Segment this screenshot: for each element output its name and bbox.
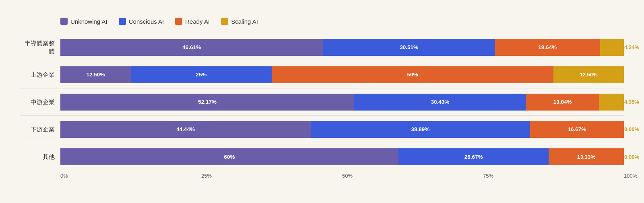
segment-label: 12.50% [580,72,597,78]
segment-label: 13.33% [577,154,596,160]
bar-segment: 46.61% [60,39,323,56]
bar-segment: 50% [272,66,553,83]
segment-label-outside: 0.00% [624,154,639,160]
segment-label: 25% [196,72,206,78]
row-label: 下游企業 [20,125,60,133]
legend-item: Scaling AI [221,18,258,25]
segment-label: 60% [224,154,235,160]
bar-segment: 13.04% [526,94,599,111]
bar-row: 下游企業44.44%38.89%16.67%0.00% [20,116,624,143]
bar-segment: 30.51% [323,39,495,56]
bar-segment: 25% [131,66,272,83]
segment-label: 26.67% [464,154,483,160]
bar-area: 12.50%25%50%12.50% [60,66,624,83]
segment-label: 50% [407,72,418,78]
bar-segment: 12.50% [60,66,131,83]
bar-area: 46.61%30.51%18.64%4.24% [60,39,624,56]
segment-label: 16.67% [568,126,586,132]
segment-label-outside: 4.24% [624,44,639,50]
bar-segment: 4.24% [600,39,624,56]
bars-wrapper: 半導體業整體46.61%30.51%18.64%4.24%上游企業12.50%2… [20,34,624,170]
bar-area: 44.44%38.89%16.67%0.00% [60,121,624,138]
bar-row: 半導體業整體46.61%30.51%18.64%4.24% [20,34,624,61]
segment-label: 44.44% [176,126,195,132]
segment-label-outside: 0.00% [624,126,639,132]
legend-color-box [175,18,182,25]
legend-color-box [119,18,126,25]
x-axis: 0%25%50%75%100% [20,173,624,179]
segment-label: 38.89% [411,126,429,132]
row-label: 其他 [20,153,60,161]
bar-row: 中游企業52.17%30.43%13.04%4.35% [20,88,624,116]
segment-label: 52.17% [198,99,217,105]
bar-segment: 30.43% [354,94,526,111]
legend-label: Scaling AI [231,18,258,25]
segment-label: 12.50% [87,72,105,78]
segment-label: 30.51% [400,44,418,50]
bar-segment: 44.44% [60,121,311,138]
legend-item: Unknowing AI [60,18,107,25]
bar-segment: 12.50% [553,66,624,83]
bar-segment: 26.67% [398,148,549,165]
x-axis-tick: 25% [201,173,342,179]
bar-area: 60%26.67%13.33%0.00% [60,148,624,165]
segment-label: 46.61% [182,44,201,50]
bar-segment: 60% [60,148,398,165]
segment-label: 18.64% [538,44,557,50]
x-axis-tick: 50% [342,173,483,179]
x-axis-tick: 0% [60,173,201,179]
legend-label: Ready AI [185,18,210,25]
legend-color-box [221,18,228,25]
bar-segment: 52.17% [60,94,354,111]
segment-label: 13.04% [553,99,572,105]
legend-item: Ready AI [175,18,210,25]
row-label: 半導體業整體 [20,39,60,55]
legend-color-box [60,18,68,25]
x-axis-tick: 75% [483,173,624,179]
legend: Unknowing AIConscious AIReady AIScaling … [20,18,624,25]
bar-segment: 13.33% [549,148,624,165]
bar-segment: 16.67% [530,121,624,138]
bar-segment: 4.35% [599,94,624,111]
row-label: 中游企業 [20,98,60,106]
chart-body: 半導體業整體46.61%30.51%18.64%4.24%上游企業12.50%2… [20,34,624,170]
bar-area: 52.17%30.43%13.04%4.35% [60,94,624,111]
legend-item: Conscious AI [119,18,164,25]
bar-segment: 18.64% [495,39,600,56]
bar-row: 其他60%26.67%13.33%0.00% [20,143,624,170]
row-label: 上游企業 [20,71,60,79]
segment-label: 30.43% [431,99,449,105]
chart-container: Unknowing AIConscious AIReady AIScaling … [12,8,632,195]
segment-label-outside: 4.35% [624,99,639,105]
legend-label: Conscious AI [129,18,164,25]
legend-label: Unknowing AI [70,18,107,25]
bar-segment: 38.89% [311,121,530,138]
bar-row: 上游企業12.50%25%50%12.50% [20,61,624,88]
